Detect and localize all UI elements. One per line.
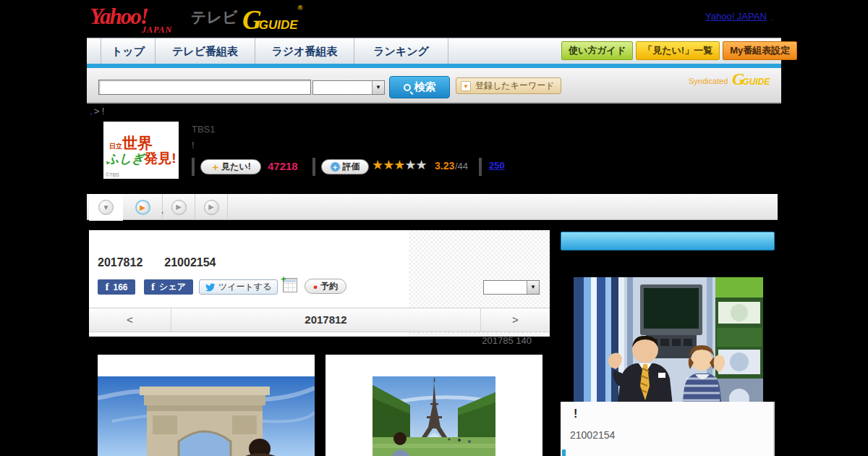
mitai-button-label: 見たい!	[221, 161, 251, 173]
breadcrumb-prefix: ,	[90, 106, 93, 117]
nav-utility-buttons: 使い方ガイド 「見たい!」一覧 My番組表設定	[561, 41, 797, 60]
content-tabs: ▼ ▶ , ▶ ▶	[87, 194, 778, 220]
episode-heading: 201781221002154	[98, 256, 216, 269]
yahoo-wordmark: Yahoo!	[90, 4, 148, 29]
rate-button[interactable]: ＋ 評価	[321, 159, 369, 174]
logo-word-fushigi: ふしぎ	[106, 152, 144, 166]
facebook-icon: f	[105, 281, 109, 293]
logo-copyright: ©TBS	[106, 172, 119, 177]
registered-keywords-label: 登録したキーワード	[475, 80, 554, 92]
channel-label: TBS1	[192, 124, 216, 135]
dropdown-arrow-icon: ▼	[461, 81, 471, 91]
prev-page-button[interactable]: <	[89, 308, 171, 332]
facebook-icon: f	[151, 281, 155, 293]
sidebar-info-panel: ! 21002154	[561, 402, 775, 456]
breadcrumb-text: > !	[94, 106, 105, 117]
play-icon: ▶	[205, 200, 218, 214]
chevron-down-icon[interactable]: ▼	[372, 81, 384, 94]
sidebar-title: !	[574, 408, 577, 421]
program-title: !	[192, 140, 195, 151]
next-page-button[interactable]: >	[480, 308, 550, 332]
tab-overview-active[interactable]: ▼	[89, 194, 123, 221]
gguide-logo: GGUIDE®	[242, 4, 302, 35]
calendar-add-button[interactable]	[283, 278, 297, 292]
nav-tab-top[interactable]: トップ	[101, 38, 156, 64]
nav-tab-tv-listings[interactable]: テレビ番組表	[156, 38, 255, 64]
plus-icon: ＋	[331, 162, 340, 172]
nav-tab-radio-listings[interactable]: ラジオ番組表	[255, 38, 354, 64]
usage-guide-button[interactable]: 使い方ガイド	[561, 41, 633, 60]
reserve-button[interactable]: ● 予約	[305, 279, 346, 294]
tweet-label: ツイートする	[218, 281, 271, 293]
mitai-count: 47218	[268, 160, 298, 172]
tab-play-3[interactable]: ▶	[195, 194, 228, 220]
search-category-select[interactable]: ▼	[312, 80, 385, 95]
select-value	[313, 81, 372, 94]
rate-button-label: 評価	[343, 161, 360, 173]
plus-icon: ＋	[210, 161, 220, 174]
my-schedule-settings-button[interactable]: My番組表設定	[723, 41, 797, 60]
reserve-label: 予約	[320, 280, 338, 292]
photo-card-eiffel	[326, 355, 542, 456]
chevron-down-icon[interactable]: ▼	[527, 281, 539, 294]
episode-pagination: < 2017812 >	[89, 308, 550, 332]
gguide-text: GUIDE	[259, 18, 298, 32]
episode-note: 201785 140	[89, 335, 532, 346]
registered-mark: ®	[298, 4, 303, 12]
service-label-tv: テレビ	[191, 7, 237, 28]
tab-play-2[interactable]: ▶	[163, 194, 195, 220]
yahoo-japan-sub: JAPAN	[142, 25, 172, 35]
mitai-button[interactable]: ＋ 見たい!	[200, 159, 261, 174]
gguide-small-logo: GGUIDE	[732, 69, 770, 89]
page-root: Yahoo! JAPAN テレビ GGUIDE® Yahoo! JAPAN , …	[0, 0, 868, 456]
search-bar: ▼ 検索 ▼ 登録したキーワード Syndicated GGUIDE	[87, 68, 781, 104]
sidebar-header-bar[interactable]	[561, 232, 775, 250]
photo-card-arc	[98, 355, 315, 456]
tab-play-1[interactable]: ▶	[123, 194, 163, 220]
tweet-button[interactable]: ツイートする	[199, 279, 278, 295]
facebook-like-button[interactable]: f 166	[98, 279, 135, 295]
current-page-label: 2017812	[171, 308, 480, 332]
stars-empty: ★★	[404, 158, 426, 172]
play-icon: ▶	[172, 200, 186, 214]
record-dot-icon: ●	[313, 282, 318, 291]
search-button[interactable]: 検索	[389, 76, 450, 98]
episode-date: 2017812	[98, 256, 142, 269]
twitter-icon	[205, 282, 216, 292]
nav-spacer	[87, 38, 101, 64]
nav-tab-ranking[interactable]: ランキング	[354, 38, 448, 64]
breadcrumb: ,> !	[90, 106, 104, 117]
gguide-text: GUIDE	[742, 77, 770, 87]
review-count-link[interactable]: 250	[489, 160, 505, 171]
facebook-share-button[interactable]: f シェア	[144, 279, 193, 295]
divider	[192, 158, 195, 176]
play-icon: ▶	[137, 201, 149, 214]
rating-total: /44	[455, 161, 468, 172]
photo-arc-de-triomphe[interactable]	[98, 376, 315, 456]
yahoo-japan-link[interactable]: Yahoo! JAPAN	[705, 11, 767, 22]
divider	[479, 158, 482, 176]
search-icon	[404, 84, 411, 91]
select-value	[484, 281, 527, 294]
sidebar-photo-panel: ©TBS	[561, 252, 775, 415]
yahoo-japan-tv-logo[interactable]: Yahoo! JAPAN	[90, 4, 148, 30]
logo-line-2: ふしぎ発見!	[106, 149, 176, 168]
divider	[312, 158, 315, 176]
logo-word-hakken: 発見!	[144, 151, 176, 166]
photo-eiffel-tower[interactable]	[373, 376, 495, 456]
sidebar-code: 21002154	[570, 429, 615, 441]
sidebar: ©TBS ! 21002154	[561, 230, 776, 456]
syndicated-label: Syndicated	[689, 77, 728, 85]
top-link-suffix: ,	[771, 13, 773, 22]
search-input[interactable]	[98, 80, 311, 95]
program-logo[interactable]: 日立世界 ふしぎ発見! ©TBS	[103, 122, 179, 179]
registered-keywords-button[interactable]: ▼ 登録したキーワード	[456, 77, 561, 94]
like-count: 166	[113, 282, 127, 292]
episode-code: 21002154	[164, 256, 216, 269]
episode-select[interactable]: ▼	[483, 280, 540, 295]
mitai-list-button[interactable]: 「見たい!」一覧	[636, 41, 720, 60]
search-button-label: 検索	[414, 80, 436, 94]
rating-value: 3.23	[435, 160, 454, 172]
program-photo-presenters[interactable]	[574, 277, 763, 419]
stars-filled: ★★★	[372, 158, 404, 172]
